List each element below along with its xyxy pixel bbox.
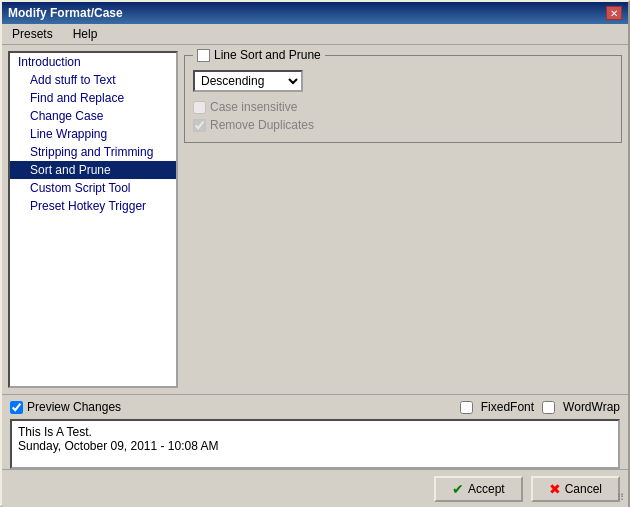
remove-duplicates-row: Remove Duplicates [193,116,613,134]
sidebar-item-stripping-trimming[interactable]: Stripping and Trimming [10,143,176,161]
sort-order-dropdown[interactable]: Ascending Descending [193,70,303,92]
cancel-label: Cancel [565,482,602,496]
sidebar-item-change-case[interactable]: Change Case [10,107,176,125]
word-wrap-checkbox[interactable] [542,401,555,414]
line-sort-prune-checkbox[interactable] [197,49,210,62]
dropdown-row: Ascending Descending [193,70,613,92]
fixed-font-label: FixedFont [481,400,534,414]
accept-icon: ✔ [452,481,464,497]
sidebar-item-custom-script[interactable]: Custom Script Tool [10,179,176,197]
remove-duplicates-label: Remove Duplicates [210,118,314,132]
preview-right: FixedFont WordWrap [460,400,620,414]
menu-bar: Presets Help [2,24,628,45]
case-insensitive-label: Case insensitive [210,100,297,114]
accept-label: Accept [468,482,505,496]
right-panel: Line Sort and Prune Ascending Descending… [184,51,622,388]
close-button[interactable]: ✕ [606,6,622,20]
preview-changes-label: Preview Changes [27,400,121,414]
fixed-font-checkbox[interactable] [460,401,473,414]
dialog-window: Modify Format/Case ✕ Presets Help Introd… [0,0,630,507]
cancel-button[interactable]: ✖ Cancel [531,476,620,502]
remove-duplicates-checkbox[interactable] [193,119,206,132]
word-wrap-label: WordWrap [563,400,620,414]
preview-line2: Sunday, October 09, 2011 - 10:08 AM [18,439,612,453]
dialog-content: Introduction Add stuff to Text Find and … [2,45,628,507]
title-bar-text: Modify Format/Case [8,6,123,20]
line-sort-prune-group: Line Sort and Prune Ascending Descending… [184,55,622,143]
preview-left: Preview Changes [10,400,121,414]
accept-button[interactable]: ✔ Accept [434,476,523,502]
resize-handle[interactable]: ⠿ [614,491,626,503]
group-box-label: Line Sort and Prune [214,48,321,62]
sidebar-item-preset-hotkey[interactable]: Preset Hotkey Trigger [10,197,176,215]
cancel-icon: ✖ [549,481,561,497]
sidebar-item-find-replace[interactable]: Find and Replace [10,89,176,107]
sidebar-item-sort-prune[interactable]: Sort and Prune [10,161,176,179]
preview-text-area: This Is A Test. Sunday, October 09, 2011… [10,419,620,469]
case-insensitive-checkbox[interactable] [193,101,206,114]
button-row: ✔ Accept ✖ Cancel [2,469,628,507]
bottom-area: Preview Changes FixedFont WordWrap This … [2,394,628,507]
sidebar-item-add-stuff[interactable]: Add stuff to Text [10,71,176,89]
menu-help[interactable]: Help [69,26,102,42]
group-box-title: Line Sort and Prune [193,48,325,62]
nav-panel: Introduction Add stuff to Text Find and … [8,51,178,388]
main-area: Introduction Add stuff to Text Find and … [2,45,628,394]
sidebar-item-line-wrapping[interactable]: Line Wrapping [10,125,176,143]
preview-bar: Preview Changes FixedFont WordWrap [2,395,628,419]
title-bar: Modify Format/Case ✕ [2,2,628,24]
preview-changes-checkbox[interactable] [10,401,23,414]
menu-presets[interactable]: Presets [8,26,57,42]
sidebar-item-introduction[interactable]: Introduction [10,53,176,71]
preview-line1: This Is A Test. [18,425,612,439]
case-insensitive-row: Case insensitive [193,98,613,116]
